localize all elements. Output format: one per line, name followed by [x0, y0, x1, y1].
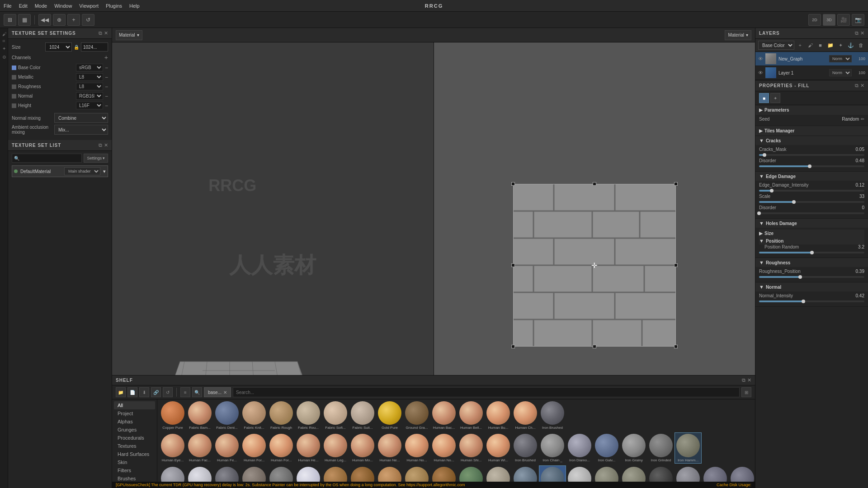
layer1-blend-select[interactable]: Norm — [829, 55, 852, 62]
list-item[interactable]: Fabric Rough — [268, 400, 295, 431]
toolbar-3d-btn[interactable]: 3D — [823, 14, 835, 26]
menu-viewport[interactable]: Viewport — [79, 3, 99, 9]
position-random-slider[interactable] — [759, 252, 864, 253]
list-item[interactable]: Fabric Soft... — [322, 400, 349, 431]
cracks-header[interactable]: ▼ Cracks — [755, 136, 868, 145]
toolbar-refresh-btn[interactable]: ↺ — [82, 14, 94, 26]
layers-delete-btn[interactable]: 🗑 — [857, 41, 865, 50]
list-item[interactable]: Human No... — [430, 433, 458, 463]
layer-new-graph[interactable]: 👁 New_Graph Norm 100 — [755, 52, 868, 66]
material-shader-select[interactable]: Main shader — [64, 167, 100, 175]
edge-damage-intensity-slider[interactable] — [759, 190, 864, 192]
list-item[interactable]: Human Shi... — [458, 433, 485, 463]
height-type[interactable]: L16F — [76, 102, 103, 109]
layer-1[interactable]: 👁 Layer 1 Norm 100 — [755, 66, 868, 80]
position-subsection[interactable]: ▼ Position — [759, 237, 864, 244]
ambient-mixing-select[interactable]: Mix... — [54, 125, 108, 135]
lock-icon[interactable]: 🔒 — [74, 45, 79, 50]
props-close-icon[interactable]: ✕ — [860, 83, 864, 89]
remove-metallic-icon[interactable]: − — [105, 74, 108, 80]
list-item[interactable]: Human Bell... — [458, 400, 485, 431]
add-channel-icon[interactable]: + — [104, 54, 108, 61]
list-item[interactable]: Fabric Knit... — [241, 400, 268, 431]
layer2-blend-select[interactable]: Norm — [829, 69, 852, 76]
menu-file[interactable]: File — [4, 3, 12, 9]
normal-intensity-slider[interactable] — [759, 300, 864, 302]
normal-mixing-select[interactable]: Combine Replace — [54, 113, 108, 123]
shelf-nav-procedurals[interactable]: Procedurals — [114, 434, 155, 442]
layer2-vis-icon[interactable]: 👁 — [758, 70, 763, 75]
seed-edit-icon[interactable]: ✏ — [861, 117, 864, 122]
texture-list-settings-btn[interactable]: Settings ▾ — [84, 154, 108, 163]
normal-header[interactable]: ▼ Normal — [755, 282, 868, 291]
list-item[interactable]: Copper Pure — [159, 400, 186, 431]
toolbar-grid2-btn[interactable]: ▦ — [18, 14, 31, 26]
menu-help[interactable]: Help — [129, 3, 140, 9]
roughness-position-slider[interactable] — [759, 276, 864, 278]
list-item[interactable]: Iron Hamm... — [675, 432, 702, 464]
list-item[interactable]: Fabric Bam... — [186, 400, 213, 431]
list-item[interactable]: Human No... — [403, 433, 430, 463]
list-item[interactable]: Human Fac... — [186, 433, 213, 463]
tsl-close-icon[interactable]: ✕ — [104, 142, 108, 148]
metallic-type[interactable]: L8 — [76, 73, 103, 81]
list-item[interactable]: Fabric Rou... — [295, 400, 322, 431]
shelf-close-icon[interactable]: ✕ — [747, 377, 751, 383]
layers-anchor-btn[interactable]: ⚓ — [846, 41, 855, 50]
roughness-type[interactable]: L8 — [76, 83, 103, 90]
layers-fill-btn[interactable]: ■ — [816, 41, 825, 50]
toolbar-capture-btn[interactable]: 📷 — [852, 14, 864, 26]
remove-roughness-icon[interactable]: − — [105, 84, 108, 90]
remove-base-color-icon[interactable]: − — [105, 65, 108, 71]
toolbar-transform-btn[interactable]: ⊕ — [53, 14, 66, 26]
size-subsection[interactable]: ▶ Size — [759, 230, 864, 237]
shelf-file-icon[interactable]: 📄 — [127, 387, 137, 397]
scale-slider[interactable] — [759, 201, 864, 203]
shelf-folder-icon[interactable]: 📁 — [116, 387, 126, 397]
remove-height-icon[interactable]: − — [105, 103, 108, 109]
shelf-grid-view-btn[interactable]: ⊞ — [741, 387, 751, 397]
holes-damage-header[interactable]: ▼ Holes Damage — [755, 219, 868, 228]
layers-popout-icon[interactable]: ⧉ — [855, 30, 859, 36]
layers-paint-btn[interactable]: 🖌 — [806, 41, 814, 50]
shelf-nav-grunges[interactable]: Grunges — [114, 426, 155, 434]
shelf-link-icon[interactable]: 🔗 — [151, 387, 161, 397]
list-item[interactable]: Human Bu... — [485, 400, 512, 431]
remove-normal-icon[interactable]: − — [105, 93, 108, 99]
icon-bar-settings[interactable]: ⚙ — [1, 55, 6, 60]
layer1-vis-icon[interactable]: 👁 — [758, 56, 763, 61]
size-input2[interactable] — [81, 42, 108, 52]
list-item[interactable]: Iron Grinded — [647, 433, 675, 463]
shelf-nav-project[interactable]: Project — [114, 409, 155, 418]
toolbar-prev-btn[interactable]: ◀◀ — [38, 14, 51, 26]
tsl-popout-icon[interactable]: ⧉ — [99, 142, 102, 148]
list-item[interactable]: Human For... — [268, 433, 295, 463]
roughness-header[interactable]: ▼ Roughness — [755, 258, 868, 267]
list-item[interactable]: Iron Grainy — [620, 433, 647, 463]
shelf-active-tab[interactable]: base... ✕ — [204, 387, 231, 397]
list-item[interactable]: Iron Brushed — [512, 433, 539, 463]
layers-folder-btn[interactable]: 📁 — [826, 41, 835, 50]
props-popout-icon[interactable]: ⧉ — [855, 83, 859, 89]
shelf-nav-filters[interactable]: Filters — [114, 466, 155, 474]
list-item[interactable]: Fabric Deni... — [213, 400, 241, 431]
menu-window[interactable]: Window — [54, 3, 72, 9]
shelf-nav-skin[interactable]: Skin — [114, 458, 155, 466]
icon-bar-fx[interactable]: ✦ — [1, 46, 6, 51]
shelf-popout-icon[interactable]: ⧉ — [742, 377, 745, 383]
layers-close-icon[interactable]: ✕ — [860, 30, 864, 36]
shelf-nav-hard-surfaces[interactable]: Hard Surfaces — [114, 450, 155, 458]
list-item[interactable]: Human For... — [241, 433, 268, 463]
disorder-slider[interactable] — [759, 165, 864, 167]
normal-type[interactable]: RGB16F — [76, 92, 103, 100]
list-item[interactable]: Human Leg... — [322, 433, 349, 463]
list-item[interactable]: Human Fe... — [213, 433, 241, 463]
shelf-tab-close-icon[interactable]: ✕ — [223, 390, 227, 395]
list-item[interactable]: Human Ne... — [376, 433, 403, 463]
parameters-header[interactable]: ▶ Parameters — [755, 105, 868, 115]
material-row[interactable]: DefaultMaterial Main shader ▾ — [12, 165, 108, 177]
list-item[interactable]: Fabric Suit... — [349, 400, 376, 431]
cracks-mask-slider[interactable] — [759, 154, 864, 156]
toolbar-video-btn[interactable]: 🎥 — [837, 14, 850, 26]
toolbar-2d-btn[interactable]: 2D — [808, 14, 821, 26]
